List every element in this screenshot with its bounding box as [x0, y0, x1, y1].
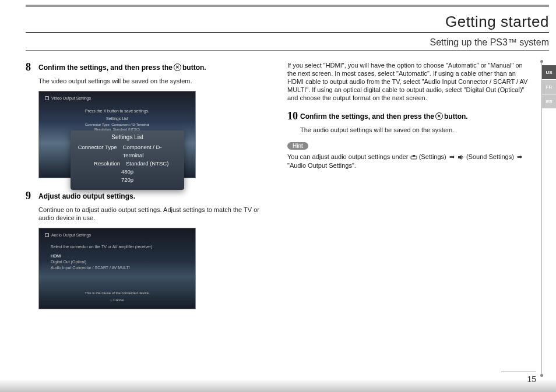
shot1-line3: Connector Type Component / D-Terminal	[39, 123, 195, 126]
lang-tab-us[interactable]: US	[542, 65, 556, 79]
arrow-icon: ➡	[517, 153, 522, 161]
step-number-8: 8	[26, 61, 38, 73]
step-9-heading: 9 Adjust audio output settings.	[26, 190, 270, 202]
shot2-header: Audio Output Settings	[45, 233, 91, 237]
right-column: If you select "HDMI", you will have the …	[287, 61, 549, 321]
hdmi-explanation: If you select "HDMI", you will have the …	[287, 61, 532, 102]
shot2-line1: Select the connector on the TV or AV amp…	[51, 245, 153, 249]
popup-row-1: Connector Type Component / D-Terminal	[76, 143, 178, 160]
step-9-title: Adjust audio output settings.	[38, 190, 135, 202]
two-column-layout: 8 Confirm the settings, and then press t…	[26, 61, 549, 321]
step-number-10: 10	[287, 110, 300, 122]
shot2-foot1: This is the cause of the connected devic…	[39, 291, 195, 295]
step-8-body: The video output settings will be saved …	[38, 77, 270, 85]
settings-list-popup: Settings List Connector Type Component /…	[71, 130, 184, 190]
language-tabs: US FR ES	[542, 65, 556, 109]
gear-icon	[45, 96, 49, 100]
shot1-line1: Press the X button to save settings.	[39, 109, 195, 113]
screenshot-audio-output: Audio Output Settings Select the connect…	[38, 228, 270, 309]
chapter-rule	[26, 32, 549, 33]
lang-tab-fr[interactable]: FR	[542, 80, 556, 94]
step-10-title-a: Confirm the settings, and then press the	[300, 112, 434, 121]
shot2-opt2: Digital Out (Optical)	[51, 260, 86, 264]
screenshot-audio-output-image: Audio Output Settings Select the connect…	[38, 228, 196, 309]
hint-block: Hint You can adjust audio output setting…	[287, 140, 532, 170]
shot2-header-text: Audio Output Settings	[51, 233, 91, 237]
x-button-icon	[435, 112, 443, 120]
hint-label: Hint	[287, 142, 308, 150]
shot1-header-text: Video Output Settings	[51, 96, 91, 100]
chapter-title: Getting started	[26, 13, 549, 31]
section-title: Setting up the PS3™ system	[26, 37, 549, 48]
bottom-fade	[0, 379, 556, 392]
step-10-title-b: button.	[444, 112, 468, 121]
sound-icon	[458, 154, 464, 160]
popup-r3: 480p	[76, 168, 178, 176]
left-column: 8 Confirm the settings, and then press t…	[26, 61, 270, 321]
step-number-9: 9	[26, 190, 38, 202]
step-8-title-b: button.	[182, 63, 206, 72]
hint-sound: (Sound Settings)	[466, 153, 516, 160]
hint-a: You can adjust audio output settings und…	[287, 153, 410, 160]
shot2-opt3: Audio Input Connector / SCART / AV MULTI	[51, 266, 130, 270]
step-8-title-a: Confirm the settings, and then press the	[38, 63, 173, 72]
svg-rect-1	[413, 155, 415, 157]
step-10-body: The audio output settings will be saved …	[300, 126, 532, 134]
hint-settings: (Settings)	[419, 153, 448, 160]
top-rule	[26, 5, 549, 7]
settings-icon	[410, 154, 417, 160]
shot1-header: Video Output Settings	[45, 96, 91, 100]
step-8-heading: 8 Confirm the settings, and then press t…	[26, 61, 270, 73]
pagenum-rule	[501, 372, 536, 372]
shot1-line2: Settings List	[39, 116, 195, 121]
step-8-title: Confirm the settings, and then press the…	[38, 61, 206, 73]
hint-b: "Audio Output Settings".	[287, 162, 356, 169]
step-10-heading: 10 Confirm the settings, and then press …	[287, 110, 532, 122]
popup-row-2: Resolution Standard (NTSC)	[76, 160, 178, 168]
shot2-foot2: ○ Cancel	[39, 298, 195, 302]
gear-icon	[45, 233, 49, 237]
arrow-icon: ➡	[449, 153, 455, 161]
popup-r4: 720p	[76, 176, 178, 184]
step-10-title: Confirm the settings, and then press the…	[300, 110, 468, 122]
popup-r1-label: Connector Type	[76, 143, 117, 160]
popup-title: Settings List	[76, 134, 178, 140]
x-button-icon	[174, 63, 181, 71]
popup-r1-value: Component / D-Terminal	[123, 143, 178, 160]
manual-page: Getting started Setting up the PS3™ syst…	[0, 0, 556, 392]
shot2-opt1: HDMI	[51, 254, 61, 258]
hint-text: You can adjust audio output settings und…	[287, 153, 532, 170]
popup-r2-value: Standard (NTSC)	[126, 160, 168, 168]
lang-tab-es[interactable]: ES	[542, 94, 556, 108]
step-9-body: Continue on to adjust audio output setti…	[38, 206, 270, 222]
section-rule	[26, 50, 549, 51]
screenshot-video-output: Video Output Settings Press the X button…	[38, 91, 270, 178]
popup-r2-label: Resolution	[76, 160, 120, 168]
